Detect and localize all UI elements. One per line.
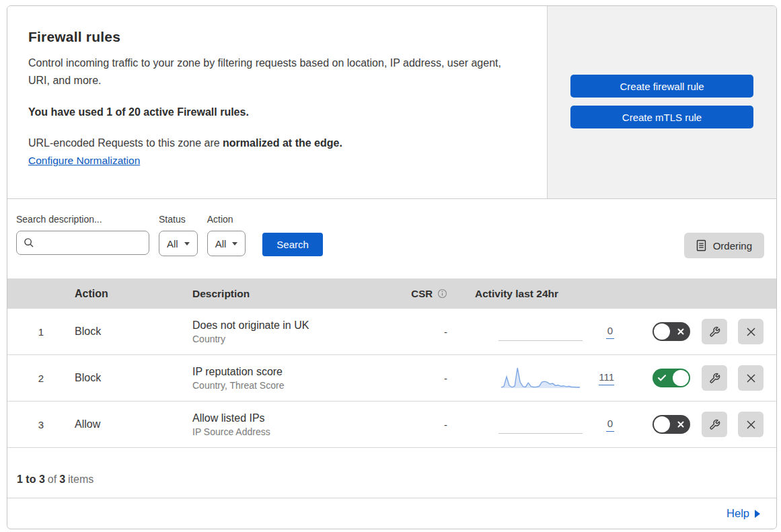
table-row: 3 Allow Allow listed IPs IP Source Addre… xyxy=(7,402,776,448)
action-selected-value: All xyxy=(215,238,227,250)
wrench-icon xyxy=(709,326,720,338)
normalization-bold-text: normalized at the edge. xyxy=(223,137,342,149)
help-footer: Help xyxy=(7,498,776,529)
delete-rule-button[interactable] xyxy=(738,319,764,344)
close-icon xyxy=(746,327,756,337)
toggle-knob xyxy=(673,370,689,386)
toggle-knob xyxy=(654,324,670,340)
items-total: 3 xyxy=(59,473,65,485)
normalization-note: URL-encoded Requests to this zone are no… xyxy=(28,137,520,149)
rule-enabled-toggle[interactable] xyxy=(653,369,690,387)
delete-rule-button[interactable] xyxy=(738,412,764,437)
configure-normalization-link[interactable]: Configure Normalization xyxy=(28,155,140,167)
activity-column-header: Activity last 24hr xyxy=(465,288,636,300)
rule-action: Block xyxy=(75,372,192,384)
delete-rule-button[interactable] xyxy=(738,365,764,391)
csr-header-label: CSR xyxy=(411,288,433,299)
x-icon xyxy=(677,322,684,341)
rule-csr-value: - xyxy=(391,326,465,338)
rule-priority: 3 xyxy=(7,419,75,430)
create-firewall-rule-button[interactable]: Create firewall rule xyxy=(570,75,753,98)
table-row: 2 Block IP reputation score Country, Thr… xyxy=(7,355,776,402)
action-column-header: Action xyxy=(75,288,192,300)
status-selected-value: All xyxy=(167,238,178,250)
help-label: Help xyxy=(727,507,749,520)
rule-priority: 1 xyxy=(7,326,75,338)
arrow-right-icon xyxy=(755,510,760,518)
chevron-down-icon xyxy=(232,242,237,245)
search-box[interactable] xyxy=(16,231,149,255)
toggle-knob xyxy=(654,416,670,432)
filter-bar: Search description... Status All Action xyxy=(7,198,776,278)
rule-csr-value: - xyxy=(391,373,465,384)
rule-enabled-toggle[interactable] xyxy=(653,322,690,341)
rule-description: IP reputation score xyxy=(192,366,283,378)
page-description: Control incoming traffic to your zone by… xyxy=(28,54,506,89)
info-icon[interactable] xyxy=(437,289,447,299)
help-link[interactable]: Help xyxy=(727,507,760,520)
firewall-rules-card: Firewall rules Control incoming traffic … xyxy=(7,5,777,529)
ordering-button-label: Ordering xyxy=(713,240,752,252)
status-label: Status xyxy=(159,214,198,225)
activity-count-link[interactable]: 0 xyxy=(606,325,614,339)
create-mtls-rule-button[interactable]: Create mTLS rule xyxy=(570,106,753,128)
edit-rule-button[interactable] xyxy=(702,412,727,437)
edit-rule-button[interactable] xyxy=(702,365,727,391)
rule-description: Does not originate in UK xyxy=(192,319,309,332)
activity-count-link[interactable]: 0 xyxy=(606,418,614,432)
ordering-button[interactable]: Ordering xyxy=(684,233,764,258)
activity-count-link[interactable]: 111 xyxy=(599,371,614,385)
rule-criteria: Country, Threat Score xyxy=(192,380,284,391)
actions-panel: Create firewall rule Create mTLS rule xyxy=(547,6,776,198)
close-icon xyxy=(746,420,756,430)
chevron-down-icon xyxy=(184,242,190,245)
pagination-summary: 1 to 3of3items xyxy=(7,448,776,498)
normalization-text: URL-encoded Requests to this zone are xyxy=(28,137,223,149)
rule-criteria: Country xyxy=(192,334,225,344)
table-row: 1 Block Does not originate in UK Country… xyxy=(7,309,776,355)
search-button[interactable]: Search xyxy=(262,233,323,256)
header-section: Firewall rules Control incoming traffic … xyxy=(7,6,776,198)
activity-sparkline xyxy=(498,317,583,346)
close-icon xyxy=(746,373,756,383)
action-label: Action xyxy=(207,214,246,225)
x-icon xyxy=(677,415,684,434)
rule-action: Allow xyxy=(75,418,192,430)
search-input[interactable] xyxy=(38,231,160,254)
rule-criteria: IP Source Address xyxy=(192,426,270,437)
rule-priority: 2 xyxy=(7,373,75,384)
csr-column-header: CSR xyxy=(391,288,465,299)
rule-action: Block xyxy=(75,326,192,338)
rule-enabled-toggle[interactable] xyxy=(653,415,690,434)
items-range: 1 to 3 xyxy=(17,473,45,485)
wrench-icon xyxy=(709,419,720,430)
table-header: Action Description CSR Activity last 24h… xyxy=(7,278,776,309)
search-label: Search description... xyxy=(16,214,149,225)
check-icon xyxy=(658,369,666,387)
wrench-icon xyxy=(709,373,720,384)
usage-summary: You have used 1 of 20 active Firewall ru… xyxy=(28,106,520,118)
activity-sparkline xyxy=(498,410,583,439)
activity-sparkline xyxy=(498,364,583,392)
intro-panel: Firewall rules Control incoming traffic … xyxy=(7,6,547,198)
rule-description: Allow listed IPs xyxy=(192,412,265,424)
description-column-header: Description xyxy=(192,288,391,300)
action-select[interactable]: All xyxy=(207,231,246,256)
edit-rule-button[interactable] xyxy=(702,319,727,344)
search-icon xyxy=(24,237,34,248)
rule-csr-value: - xyxy=(391,419,465,430)
status-select[interactable]: All xyxy=(159,231,198,256)
ordering-list-icon xyxy=(696,239,706,252)
page-title: Firewall rules xyxy=(28,29,520,45)
